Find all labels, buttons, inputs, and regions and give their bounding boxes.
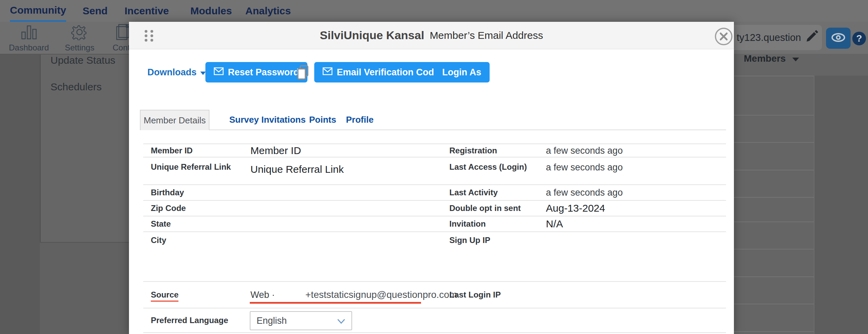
- tab-profile[interactable]: Profile: [346, 110, 374, 130]
- close-icon[interactable]: [714, 27, 733, 46]
- gear-icon: [71, 24, 88, 42]
- chevron-down-icon: [337, 316, 345, 326]
- envelope-icon: [322, 67, 333, 78]
- nav-item-send[interactable]: Send: [83, 0, 107, 22]
- field-label: Double opt in sent: [449, 203, 521, 213]
- field-label: Source: [151, 290, 178, 302]
- preferred-language-select[interactable]: English: [250, 311, 352, 330]
- field-label: Last Access (Login): [449, 162, 527, 172]
- table-row: Birthday Last Activity a few seconds ago: [143, 185, 726, 201]
- table-row: Unique Referral Link Unique Referral Lin…: [143, 157, 726, 185]
- email-verification-code-button[interactable]: Email Verification Code: [314, 62, 447, 82]
- spellcheck-underline: [250, 302, 421, 304]
- table-row: State Invitation N/A: [143, 216, 726, 232]
- modal-title-suffix: Member’s Email Address: [430, 30, 543, 41]
- tab-member-details[interactable]: Member Details: [140, 110, 209, 130]
- bar-chart-icon: [20, 24, 38, 42]
- app-screen: Community Send Incentive Modules Analyti…: [0, 0, 868, 334]
- top-nav: Community Send Incentive Modules Analyti…: [0, 0, 868, 22]
- menu-item-schedulers[interactable]: Schedulers: [50, 81, 102, 93]
- tab-survey-invitations[interactable]: Survey Invitations: [229, 110, 306, 130]
- field-value: a few seconds ago: [546, 187, 623, 198]
- field-value: N/A: [546, 218, 563, 230]
- login-as-button[interactable]: Login As: [434, 62, 490, 82]
- table-row-source: Source Web · +teststaticsignup@questionp…: [143, 281, 726, 308]
- field-value: a few seconds ago: [546, 162, 623, 173]
- field-value: Member ID: [250, 145, 301, 156]
- edit-pencil-icon[interactable]: [804, 28, 820, 45]
- source-email-value: +teststaticsignup@questionpro.com: [305, 289, 457, 300]
- member-details-modal: SilviUnique Kansal Member’s Email Addres…: [129, 22, 734, 334]
- modal-tabs: Member Details Survey Invitations Points…: [140, 110, 726, 130]
- toolbar-item-dashboard[interactable]: Dashboard: [9, 24, 49, 52]
- copy-icon[interactable]: [296, 65, 310, 80]
- field-value: Unique Referral Link: [250, 164, 344, 175]
- field-label: Zip Code: [151, 203, 186, 213]
- left-rail: [0, 55, 40, 334]
- table-row: Member ID Member ID Registration a few s…: [143, 143, 726, 157]
- caret-down-icon: [792, 53, 799, 64]
- member-name: SilviUnique Kansal: [320, 29, 424, 42]
- toolbar-item-settings[interactable]: Settings: [65, 24, 95, 52]
- nav-item-incentive[interactable]: Incentive: [125, 0, 169, 22]
- field-label: State: [151, 219, 171, 229]
- field-value: a few seconds ago: [546, 145, 623, 156]
- right-side-panel: [814, 76, 868, 334]
- table-divider: [814, 76, 814, 334]
- table-row-language: Preferred Language English: [143, 308, 726, 333]
- settings-menu-panel: Update Status Schedulers: [40, 55, 129, 243]
- envelope-icon: [214, 67, 224, 78]
- nav-item-community[interactable]: Community: [10, 0, 66, 22]
- downloads-dropdown[interactable]: Downloads: [147, 62, 206, 82]
- field-label: Birthday: [151, 188, 184, 197]
- modal-header: SilviUnique Kansal Member’s Email Addres…: [129, 22, 734, 49]
- members-dropdown[interactable]: Members: [744, 53, 799, 64]
- field-label: Last Activity: [449, 188, 498, 197]
- field-label: Last Login IP: [449, 290, 501, 300]
- field-label: Invitation: [449, 219, 486, 229]
- help-icon[interactable]: ?: [852, 32, 866, 45]
- field-value: Aug-13-2024: [546, 202, 605, 214]
- members-page-background: ty123.question ? Members: [734, 22, 868, 334]
- drag-handle-icon[interactable]: [145, 30, 154, 42]
- field-label: Registration: [449, 146, 497, 155]
- field-label: Preferred Language: [151, 316, 228, 325]
- reset-password-button[interactable]: Reset Password: [205, 62, 307, 82]
- menu-item-update-status[interactable]: Update Status: [50, 55, 115, 66]
- field-label: Sign Up IP: [449, 236, 490, 245]
- tab-points[interactable]: Points: [309, 110, 336, 130]
- nav-item-modules[interactable]: Modules: [190, 0, 232, 22]
- modal-action-row: Downloads Reset Password Email Verificat…: [129, 62, 734, 82]
- field-label: Unique Referral Link: [151, 162, 231, 172]
- eye-icon: [831, 32, 846, 44]
- community-header-bar: ty123.question ?: [734, 22, 868, 54]
- source-web-value: Web ·: [250, 290, 275, 300]
- nav-item-analytics[interactable]: Analytics: [245, 0, 291, 22]
- table-row: Zip Code Double opt in sent Aug-13-2024: [143, 201, 726, 216]
- members-table-background: [734, 76, 868, 334]
- field-label: City: [151, 236, 166, 245]
- member-details-table: Member ID Member ID Registration a few s…: [143, 143, 726, 333]
- preview-eye-button[interactable]: [826, 28, 851, 49]
- table-row: City Sign Up IP: [143, 232, 726, 281]
- field-label: Member ID: [151, 146, 193, 155]
